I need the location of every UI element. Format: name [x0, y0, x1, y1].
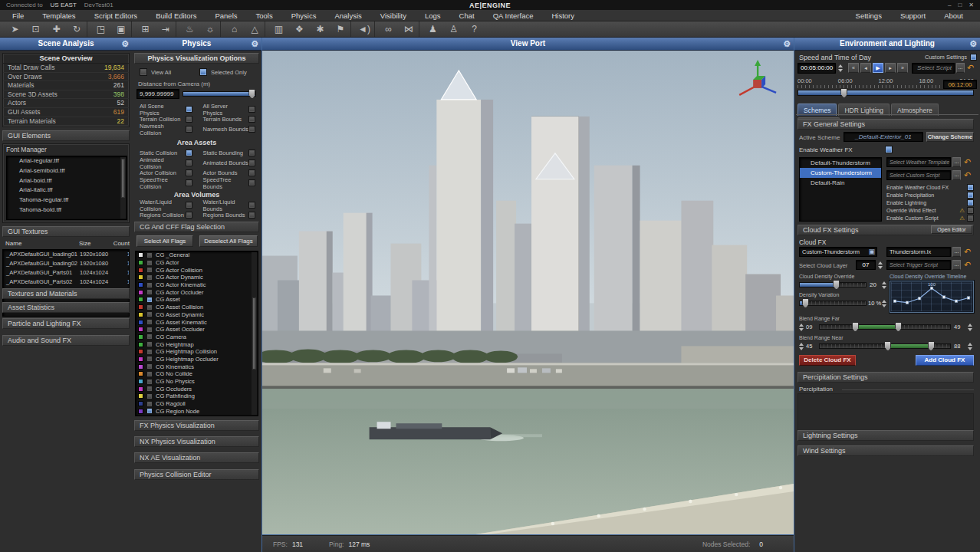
section-physics-collision-editor[interactable]: Physics Collision Editor	[134, 469, 259, 480]
checkbox[interactable]	[186, 150, 192, 156]
cg-flag-row[interactable]: CG Asset Occluder	[136, 326, 258, 334]
scatter-tool-icon[interactable]: ❖	[289, 21, 310, 37]
gear-icon[interactable]: ⚙	[783, 38, 791, 50]
flag-checkbox[interactable]	[146, 401, 153, 407]
cloud-layer-spinner[interactable]	[876, 260, 883, 270]
section-lightning-settings[interactable]: Lightning Settings	[797, 430, 974, 441]
font-item[interactable]: Arial-italic.tff	[7, 186, 127, 196]
flag-checkbox[interactable]	[146, 393, 153, 399]
flag-checkbox[interactable]	[146, 311, 153, 317]
terrain-tool-icon[interactable]: △	[245, 21, 265, 37]
cg-flag-list[interactable]: CG _General CG Actor CG Actor Collision	[135, 251, 258, 416]
texture-row[interactable]: _APXDefaultGUI_Parts01 1024x1024 1	[3, 268, 129, 278]
density-variation-handle[interactable]	[802, 298, 809, 308]
library-icon[interactable]: ▥	[268, 21, 289, 37]
open-editor-button[interactable]: Open Editor	[931, 225, 972, 234]
cg-flag-row[interactable]: CG Actor Kinematic	[136, 281, 258, 289]
enable-weather-checkbox[interactable]	[885, 146, 893, 153]
link-icon[interactable]: ∞	[378, 21, 399, 37]
checkbox[interactable]	[186, 212, 192, 219]
blend-far-min-spinner[interactable]	[797, 322, 804, 332]
weather-scheme-item[interactable]: Default-Thunderstorm	[800, 158, 881, 168]
time-slider-handle[interactable]	[840, 88, 847, 98]
checkbox[interactable]	[248, 202, 255, 209]
checkbox[interactable]	[967, 207, 974, 214]
checkbox[interactable]	[186, 202, 192, 209]
distance-input[interactable]: 9,999.99999	[136, 89, 179, 99]
section-gui-elements[interactable]: GUI Elements	[2, 130, 130, 141]
maximize-button[interactable]: □	[958, 2, 962, 8]
cg-flag-row[interactable]: CG Heightmap Occluder	[136, 356, 258, 363]
font-item[interactable]: Tahoma-bold.tff	[7, 205, 127, 215]
rotate-tool-icon[interactable]: ↻	[67, 21, 87, 37]
font-item[interactable]: Arial-regular.tff	[7, 156, 127, 166]
weather-scheme-item[interactable]: Default-Rain	[800, 178, 881, 188]
flag-checkbox[interactable]	[146, 252, 153, 258]
cg-flag-row[interactable]: CG Asset Collision	[136, 304, 258, 311]
density-variation-spinner[interactable]	[880, 298, 887, 308]
walk-character-icon[interactable]: ♟	[423, 21, 443, 37]
flag-checkbox[interactable]	[146, 363, 153, 370]
fast-forward-button[interactable]: »	[897, 63, 908, 73]
time-input[interactable]: 00:05:00:00	[797, 63, 836, 74]
cg-flag-row[interactable]: CG Asset	[136, 296, 258, 304]
menu-item[interactable]: About	[935, 11, 972, 21]
flag-checkbox[interactable]	[146, 356, 153, 362]
checkbox[interactable]	[248, 179, 255, 186]
flag-checkbox[interactable]	[146, 334, 153, 340]
flag-checkbox[interactable]	[146, 379, 153, 385]
menu-item[interactable]: QA Interface	[484, 11, 543, 21]
lamp-tool-icon[interactable]: ♨	[179, 21, 200, 37]
menu-item[interactable]: Physics	[282, 11, 326, 21]
flag-checkbox[interactable]	[146, 371, 153, 377]
marquee-select-icon[interactable]: ⊡	[25, 21, 46, 37]
menu-item[interactable]: Script Editors	[85, 11, 147, 21]
flag-checkbox[interactable]	[146, 282, 153, 288]
blend-near-low-handle[interactable]	[884, 341, 891, 351]
undo-icon[interactable]: ↶	[964, 247, 971, 257]
checkbox[interactable]	[186, 169, 192, 176]
browse-script-button[interactable]: ...	[956, 63, 965, 73]
cg-flag-row[interactable]: CG Camera	[136, 334, 258, 341]
section-asset-statistics[interactable]: Asset Statistics	[2, 302, 130, 313]
cg-flag-row[interactable]: CG Actor Dynamic	[136, 274, 258, 281]
blend-near-slider[interactable]	[819, 343, 951, 349]
density-override-slider[interactable]	[799, 282, 867, 288]
run-character-icon[interactable]: ♙	[443, 21, 464, 37]
custom-script-field[interactable]: Select Custom Script	[886, 170, 951, 180]
density-variation-slider[interactable]	[799, 301, 867, 306]
section-wind-settings[interactable]: Wind Settings	[797, 445, 974, 456]
cg-flag-row[interactable]: CG Actor Collision	[136, 266, 258, 274]
add-cloud-fx-button[interactable]: Add Cloud FX	[916, 355, 974, 366]
script-flag-icon[interactable]: ⚑	[331, 21, 351, 37]
undo-icon[interactable]: ↶	[967, 63, 974, 73]
save-icon[interactable]: ▣	[868, 248, 875, 256]
checkbox[interactable]	[248, 116, 255, 123]
select-tool-icon[interactable]: ➤	[5, 21, 25, 37]
blend-near-high-handle[interactable]	[928, 341, 935, 351]
custom-settings-checkbox[interactable]	[970, 54, 977, 61]
blend-far-low-handle[interactable]	[852, 322, 859, 332]
flag-checkbox[interactable]	[146, 408, 153, 414]
section-nx-physics-viz[interactable]: NX Physics Visualization	[134, 436, 259, 447]
menu-item[interactable]: Chat	[450, 11, 484, 21]
density-override-handle[interactable]	[833, 280, 840, 290]
selected-only-checkbox[interactable]	[199, 68, 207, 76]
weather-scheme-item[interactable]: Custom-Thunderstorm	[800, 168, 881, 178]
texture-row[interactable]: _APXDefaultGUI_loading01 1920x1080 1	[3, 250, 129, 259]
cg-flag-row[interactable]: CG Heightmap	[136, 340, 258, 348]
close-button[interactable]: ✕	[968, 2, 974, 8]
font-list-scrollbar[interactable]	[120, 157, 126, 219]
rewind-button[interactable]: «	[848, 63, 859, 73]
checkbox[interactable]	[967, 192, 974, 199]
cg-flag-row[interactable]: CG Ragdoll	[136, 400, 258, 408]
blend-far-max-spinner[interactable]	[966, 322, 973, 332]
menu-item[interactable]: Logs	[416, 11, 450, 21]
package-tool-icon[interactable]: ⌂	[224, 21, 245, 37]
turn-question-icon[interactable]: ?	[464, 21, 485, 37]
section-audio-sound-fx[interactable]: Audio and Sound FX	[2, 335, 130, 346]
unlink-icon[interactable]: ⋈	[399, 21, 419, 37]
cg-flag-row[interactable]: CG Kinematics	[136, 363, 258, 370]
checkbox[interactable]	[967, 184, 974, 191]
section-viz-options[interactable]: Physics Visualization Options	[134, 53, 259, 64]
